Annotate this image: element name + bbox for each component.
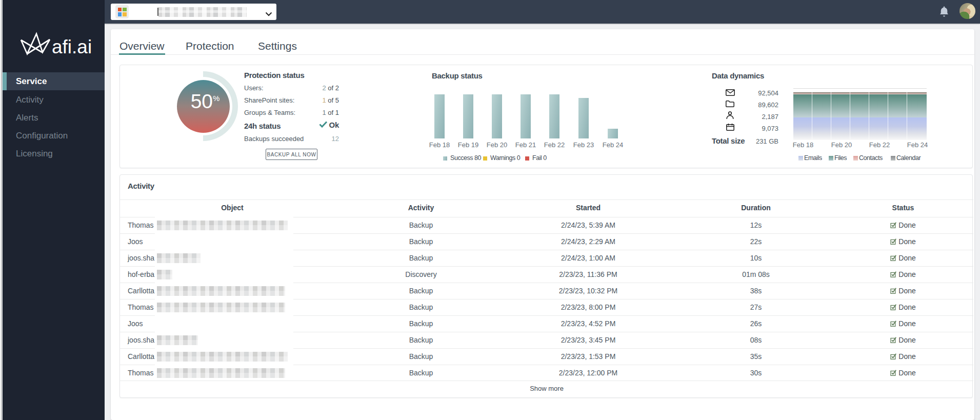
svg-text:afi.ai: afi.ai — [52, 36, 92, 57]
